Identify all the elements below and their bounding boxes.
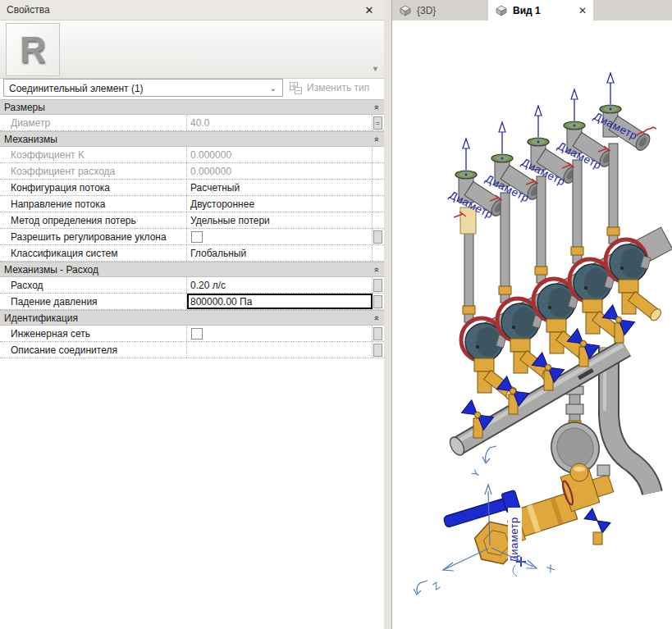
drain-valve-handle[interactable]: [584, 508, 610, 533]
row-mini-button[interactable]: [373, 230, 382, 244]
type-selector-combobox[interactable]: Соединительный элемент (1) ⌄: [3, 79, 283, 97]
view-tab-3d[interactable]: {3D}: [392, 0, 488, 21]
type-preview-area: R ▼: [0, 21, 384, 79]
section-label: Идентификация: [4, 312, 78, 324]
main-ball-valve[interactable]: [441, 463, 614, 564]
associate-param-cell: [373, 229, 383, 244]
property-row: Конфигурация потокаРасчетный: [0, 180, 384, 196]
type-selector-value: Соединительный элемент (1): [9, 83, 144, 94]
row-mini-button[interactable]: [373, 344, 382, 357]
row-mini-button[interactable]: [373, 327, 382, 340]
edit-type-icon: [289, 81, 303, 95]
property-label: Классификация систем: [0, 245, 187, 261]
property-value[interactable]: 40.0: [187, 115, 373, 130]
property-value[interactable]: 0.000000: [187, 147, 373, 162]
property-label: Падение давления: [0, 294, 187, 309]
valve-branch-assembly[interactable]: [600, 105, 672, 343]
family-preview-thumbnail: R: [6, 23, 60, 76]
property-label: Инженерная сеть: [0, 326, 187, 341]
property-label: Направление потока: [0, 196, 187, 212]
revit-logo: R: [20, 30, 46, 71]
collapse-chevron-icon[interactable]: »: [371, 267, 381, 271]
row-mini-button[interactable]: [373, 279, 382, 292]
property-label: Метод определения потерь: [0, 212, 187, 228]
edit-type-label: Изменить тип: [307, 82, 369, 93]
row-mini-button[interactable]: [373, 295, 382, 308]
property-value[interactable]: Удельные потери: [187, 212, 373, 228]
view-tab-label: {3D}: [417, 5, 436, 16]
view-tab-вид1[interactable]: Вид 1✕: [488, 0, 593, 21]
associate-param-cell: [373, 147, 383, 162]
associate-param-cell: [373, 212, 383, 228]
associate-param-cell: =: [373, 115, 383, 130]
property-row: Метод определения потерьУдельные потери: [0, 212, 384, 229]
property-value[interactable]: Глобальный: [187, 245, 373, 261]
property-value[interactable]: Двустороннее: [187, 196, 373, 212]
section-header[interactable]: Механизмы»: [0, 131, 384, 147]
rotate-y-icon: [482, 446, 496, 463]
3d-view-icon: [495, 5, 508, 16]
property-value[interactable]: 0.20 л/с: [187, 277, 373, 293]
property-value[interactable]: [187, 229, 373, 244]
property-label: Конфигурация потока: [0, 180, 187, 195]
associate-param-cell: [373, 294, 383, 309]
view-tab-bar: {3D}Вид 1✕: [392, 0, 672, 21]
properties-panel: Свойства ✕ R ▼ Соединительный элемент (1…: [0, 0, 384, 629]
associate-param-cell: [373, 277, 383, 293]
property-value[interactable]: [187, 326, 373, 341]
collapse-chevron-icon[interactable]: »: [371, 315, 381, 320]
properties-grid: Размеры»Диаметр40.0=Механизмы»Коэффициен…: [0, 99, 384, 358]
collapse-chevron-icon[interactable]: »: [371, 104, 381, 109]
associate-param-cell: [373, 245, 383, 261]
associate-param-cell: [373, 180, 383, 195]
property-label: Расход: [0, 277, 187, 293]
edit-type-button[interactable]: Изменить тип: [289, 79, 382, 97]
chevron-down-icon: ⌄: [270, 80, 277, 98]
view-tab-label: Вид 1: [513, 5, 541, 16]
3d-view-icon: [399, 5, 412, 16]
property-row: Описание соединителя: [0, 342, 384, 358]
section-label: Размеры: [4, 102, 45, 113]
property-value[interactable]: Расчетный: [187, 180, 373, 195]
axis-y-label: Y: [469, 467, 482, 480]
property-row: Разрешить регулирование уклона: [0, 229, 384, 245]
panel-splitter[interactable]: [384, 0, 392, 629]
axis-x-label: X: [545, 562, 557, 575]
section-header[interactable]: Механизмы - Расход»: [0, 262, 384, 277]
property-value[interactable]: [187, 342, 373, 358]
section-label: Механизмы - Расход: [4, 264, 98, 276]
associate-param-cell: [373, 342, 383, 358]
property-row: Коэффициент K0.000000: [0, 147, 384, 163]
property-value[interactable]: 800000.00 Па: [187, 294, 373, 309]
axis-z-label: Z: [431, 580, 442, 593]
section-header[interactable]: Размеры»: [0, 99, 384, 115]
revit-window: Свойства ✕ R ▼ Соединительный элемент (1…: [0, 0, 672, 629]
associate-param-button[interactable]: =: [373, 116, 382, 130]
close-icon[interactable]: ✕: [578, 5, 587, 16]
property-row: Классификация системГлобальный: [0, 245, 384, 262]
property-row: Падение давления800000.00 Па: [0, 294, 384, 310]
associate-param-cell: [373, 196, 383, 212]
property-label: Описание соединителя: [0, 342, 187, 358]
property-row: Диаметр40.0=: [0, 115, 384, 131]
property-label: Коэффициент расхода: [0, 163, 187, 179]
close-icon[interactable]: ✕: [361, 0, 377, 21]
property-row: Расход0.20 л/с: [0, 277, 384, 294]
property-value[interactable]: 0.000000: [187, 163, 373, 179]
type-selector-row: Соединительный элемент (1) ⌄ Изменить ти…: [0, 79, 384, 98]
checkbox[interactable]: [191, 231, 203, 243]
property-row: Коэффициент расхода0.000000: [0, 163, 384, 180]
associate-param-cell: [373, 163, 383, 179]
section-label: Механизмы: [4, 134, 57, 145]
property-row: Инженерная сеть: [0, 326, 384, 342]
view-canvas[interactable]: ДиаметрДиаметрДиаметрДиаметрДиаметрДиаме…: [392, 21, 672, 629]
section-header[interactable]: Идентификация»: [0, 310, 384, 326]
associate-param-cell: [373, 326, 383, 341]
rotate-z-icon: [414, 581, 427, 595]
collapse-chevron-icon[interactable]: »: [371, 136, 381, 141]
properties-panel-title: Свойства: [0, 0, 384, 21]
3d-view: ДиаметрДиаметрДиаметрДиаметрДиаметрДиаме…: [392, 21, 672, 629]
property-label: Коэффициент K: [0, 147, 187, 162]
checkbox[interactable]: [191, 328, 203, 340]
preview-dropdown-icon[interactable]: ▼: [372, 65, 379, 73]
